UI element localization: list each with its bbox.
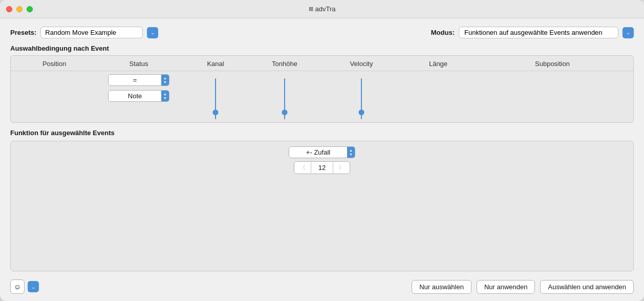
type-up-button[interactable]: ▲ [163,92,167,96]
function-body: +- Zufall ▲ ▼ 〈 12 〉 [10,141,634,271]
maximize-button[interactable] [27,6,33,12]
titlebar: ⊞ advTra [0,0,644,18]
kanal-slider-track [215,78,216,119]
type-value: Note [109,91,161,101]
col-tonhoehe: Tonhöhe [246,60,323,68]
bottom-dropdown-button[interactable]: ⌄ [28,281,39,292]
window-icon: ⊞ [309,6,313,12]
number-value: 12 [311,162,333,173]
type-stepper: Note ▲ ▼ [108,90,169,102]
tonhoehe-slider-track [284,78,285,119]
modus-label: Modus: [431,29,455,36]
auswahlbedingung-label: Auswahlbedingung nach Event [10,45,634,52]
tonhoehe-slider[interactable] [284,78,285,119]
function-section: Funktion für ausgewählte Events +- Zufal… [10,129,634,271]
col-position: Position [16,60,93,68]
window-title: ⊞ advTra [309,5,336,13]
type-down-button[interactable]: ▼ [163,96,167,100]
bottom-left: ☺ ⌄ [10,280,39,294]
kanal-slider[interactable] [215,78,216,119]
modus-group: Modus: Funktionen auf ausgewählte Events… [431,27,634,38]
col-kanal: Kanal [185,60,246,68]
operator-up-button[interactable]: ▲ [163,76,167,80]
type-arrows: ▲ ▼ [161,91,169,101]
modus-dropdown-button[interactable]: ⌄ [622,27,634,38]
chevron-down-icon: ⌄ [31,284,35,290]
number-down-button[interactable]: 〈 [294,162,311,174]
close-button[interactable] [6,6,12,12]
bottom-bar: ☺ ⌄ Nur auswählen Nur anwenden Auswählen… [10,277,634,295]
auswaehlen-anwenden-button[interactable]: Auswählen und anwenden [540,280,634,294]
operator-down-button[interactable]: ▼ [163,80,167,84]
table-body-wrapper: = ▲ ▼ Note ▲ ▼ [11,71,633,122]
table-area: Position Status Kanal Tonhöhe Velocity L… [10,55,634,123]
zufall-stepper: +- Zufall ▲ ▼ [289,146,355,158]
operator-stepper: = ▲ ▼ [108,74,169,86]
chevron-down-icon: ⌄ [626,30,630,35]
velocity-slider-track [361,78,362,119]
modus-select-wrapper: Funktionen auf ausgewählte Events anwend… [459,27,618,38]
auswahlbedingung-section: Auswahlbedingung nach Event Position Sta… [10,45,634,123]
function-label: Funktion für ausgewählte Events [10,129,634,137]
presets-dropdown-button[interactable]: ⌄ [147,27,158,38]
zufall-up-button[interactable]: ▲ [349,148,353,152]
zufall-label: +- Zufall [289,147,347,158]
traffic-lights [6,6,33,12]
tonhoehe-slider-thumb [282,110,288,115]
modus-select[interactable]: Funktionen auf ausgewählte Events anwend… [459,27,618,38]
smiley-button[interactable]: ☺ [10,280,25,294]
function-controls: +- Zufall ▲ ▼ 〈 12 〉 [289,146,355,174]
velocity-cell [323,74,400,119]
minimize-button[interactable] [16,6,23,12]
number-up-button[interactable]: 〉 [333,162,350,174]
smiley-icon: ☺ [14,283,21,291]
col-status: Status [93,60,185,68]
presets-label: Presets: [10,29,36,36]
table-body: = ▲ ▼ Note ▲ ▼ [11,71,633,122]
presets-input[interactable] [40,27,143,38]
col-velocity: Velocity [323,60,400,68]
presets-group: Presets: ⌄ [10,27,158,38]
nur-anwenden-button[interactable]: Nur anwenden [477,280,535,294]
top-bar: Presets: ⌄ Modus: Funktionen auf ausgewä… [10,27,634,38]
bottom-right: Nur auswählen Nur anwenden Auswählen und… [412,280,634,294]
main-content: Presets: ⌄ Modus: Funktionen auf ausgewä… [0,18,644,301]
col-laenge: Länge [400,60,477,68]
operator-value: = [109,75,161,85]
zufall-down-button[interactable]: ▼ [349,153,353,156]
velocity-slider[interactable] [361,78,362,119]
zufall-arrows: ▲ ▼ [347,147,355,158]
velocity-slider-thumb [359,110,364,115]
kanal-cell [185,74,246,119]
nur-auswaehlen-button[interactable]: Nur auswählen [412,280,471,294]
main-window: ⊞ advTra Presets: ⌄ Modus: Funktionen au… [0,0,644,301]
tonhoehe-cell [246,74,323,119]
table-header: Position Status Kanal Tonhöhe Velocity L… [11,56,633,71]
kanal-slider-thumb [213,110,219,115]
chevron-down-icon: ⌄ [151,30,155,35]
operator-arrows: ▲ ▼ [161,75,169,85]
number-stepper: 〈 12 〉 [294,161,350,174]
status-cell: = ▲ ▼ Note ▲ ▼ [93,74,185,102]
col-subposition: Subposition [477,60,628,68]
